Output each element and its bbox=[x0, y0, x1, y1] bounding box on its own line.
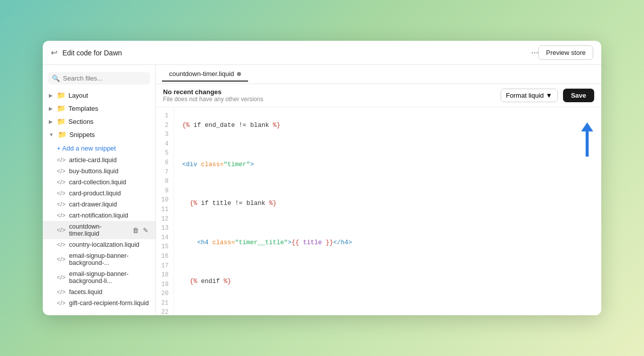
code-line: {% if title != blank %} bbox=[182, 199, 593, 208]
list-item[interactable]: </> card-product.liquid bbox=[43, 188, 155, 199]
no-changes-title: No recent changes bbox=[163, 88, 263, 96]
line-num: 3 bbox=[156, 130, 174, 139]
code-file-icon: </> bbox=[57, 179, 65, 186]
code-file-icon: </> bbox=[57, 289, 65, 296]
code-editor[interactable]: 1 2 3 4 5 6 7 8 9 10 11 12 13 14 bbox=[156, 107, 601, 315]
line-num: 12 bbox=[156, 215, 174, 224]
no-changes-subtitle: File does not have any other versions bbox=[163, 96, 263, 103]
code-line bbox=[182, 258, 593, 267]
line-num: 8 bbox=[156, 177, 174, 186]
file-actions: 🗑 ✎ bbox=[131, 226, 149, 235]
code-line: {% endif %} bbox=[182, 277, 593, 287]
code-file-icon: </> bbox=[57, 300, 65, 307]
file-name: card-collection.liquid bbox=[69, 179, 126, 186]
sidebar-item-label: Sections bbox=[68, 118, 94, 125]
list-item[interactable]: </> facets.liquid bbox=[43, 287, 155, 298]
code-file-icon: </> bbox=[57, 256, 65, 263]
toolbar-right: Format liquid ▼ Save bbox=[501, 89, 594, 102]
main-content: 🔍 ▶ 📁 Layout ▶ 📁 Templates ▶ 📁 Sections bbox=[43, 65, 601, 315]
line-num: 9 bbox=[156, 186, 174, 196]
main-window: ↩ Edit code for Dawn ··· Preview store 🔍… bbox=[43, 41, 601, 315]
line-num: 22 bbox=[156, 308, 174, 315]
file-name: cart-drawer.liquid bbox=[69, 201, 117, 208]
folder-icon: 📁 bbox=[57, 91, 65, 99]
code-file-icon: </> bbox=[57, 274, 65, 281]
line-num: 2 bbox=[156, 121, 174, 130]
line-num: 5 bbox=[156, 149, 174, 158]
list-item[interactable]: </> buy-buttons.liquid bbox=[43, 166, 155, 177]
folder-icon: 📁 bbox=[58, 130, 66, 138]
line-num: 15 bbox=[156, 242, 174, 252]
line-num: 4 bbox=[156, 139, 174, 149]
sidebar-item-sections[interactable]: ▶ 📁 Sections bbox=[43, 115, 155, 128]
unsaved-dot bbox=[237, 72, 241, 76]
line-num: 13 bbox=[156, 224, 174, 233]
list-item[interactable]: </> cart-drawer.liquid bbox=[43, 199, 155, 210]
editor-area: countdown-timer.liquid No recent changes… bbox=[156, 65, 601, 315]
back-icon[interactable]: ↩ bbox=[51, 48, 57, 57]
line-num: 19 bbox=[156, 280, 174, 290]
sidebar-item-templates[interactable]: ▶ 📁 Templates bbox=[43, 102, 155, 115]
list-item-active[interactable]: </> countdown-timer.liquid 🗑 ✎ bbox=[43, 221, 155, 239]
folder-icon: 📁 bbox=[57, 117, 65, 125]
list-item[interactable]: </> email-signup-banner-background-li... bbox=[43, 268, 155, 287]
code-line: <div class="timer"> bbox=[182, 160, 593, 170]
more-options-icon[interactable]: ··· bbox=[531, 47, 538, 58]
code-file-icon: </> bbox=[57, 241, 65, 248]
code-file-icon: </> bbox=[57, 201, 65, 208]
code-line bbox=[182, 140, 593, 150]
file-name: card-product.liquid bbox=[69, 190, 121, 197]
line-numbers: 1 2 3 4 5 6 7 8 9 10 11 12 13 14 bbox=[156, 107, 174, 315]
file-name: article-card.liquid bbox=[69, 157, 116, 164]
folder-icon: 📁 bbox=[57, 104, 65, 112]
code-file-icon: </> bbox=[57, 227, 65, 234]
line-num: 18 bbox=[156, 270, 174, 280]
search-input[interactable] bbox=[63, 75, 146, 82]
list-item[interactable]: </> email-signup-banner-background-... bbox=[43, 250, 155, 268]
code-line: {% if end_date != blank %} bbox=[182, 121, 593, 130]
page-title: Edit code for Dawn bbox=[62, 49, 527, 57]
preview-store-button[interactable]: Preview store bbox=[538, 45, 593, 60]
line-num: 1 bbox=[156, 111, 174, 121]
chevron-right-icon: ▶ bbox=[49, 93, 53, 98]
tab-countdown-timer[interactable]: countdown-timer.liquid bbox=[162, 67, 248, 82]
code-file-icon: </> bbox=[57, 168, 65, 175]
file-name: email-signup-banner-background-... bbox=[69, 252, 149, 266]
list-item[interactable]: </> gift-card-recipient-form.liquid bbox=[43, 298, 155, 309]
list-item[interactable]: </> country-localization.liquid bbox=[43, 239, 155, 250]
code-line: <h4 class="timer__title">{{ title }}</h4… bbox=[182, 238, 593, 248]
list-item[interactable]: </> cart-notification.liquid bbox=[43, 210, 155, 221]
sidebar-item-layout[interactable]: ▶ 📁 Layout bbox=[43, 89, 155, 102]
format-select[interactable]: Format liquid ▼ bbox=[501, 89, 558, 102]
chevron-down-icon: ▼ bbox=[49, 132, 54, 137]
line-num: 20 bbox=[156, 289, 174, 299]
edit-file-button[interactable]: ✎ bbox=[142, 226, 149, 235]
chevron-down-icon: ▼ bbox=[546, 92, 552, 99]
delete-file-button[interactable]: 🗑 bbox=[131, 226, 140, 235]
file-name: country-localization.liquid bbox=[69, 241, 139, 248]
search-icon: 🔍 bbox=[52, 75, 60, 82]
save-button[interactable]: Save bbox=[563, 89, 594, 102]
add-snippet-button[interactable]: + Add a new snippet bbox=[43, 142, 155, 155]
code-content[interactable]: {% if end_date != blank %} <div class="t… bbox=[174, 107, 601, 315]
sidebar-item-snippets[interactable]: ▼ 📁 Snippets bbox=[43, 128, 155, 141]
list-item[interactable]: </> article-card.liquid bbox=[43, 155, 155, 166]
tabs-bar: countdown-timer.liquid bbox=[156, 65, 601, 84]
list-item[interactable]: </> card-collection.liquid bbox=[43, 177, 155, 188]
line-num: 17 bbox=[156, 261, 174, 271]
sidebar: 🔍 ▶ 📁 Layout ▶ 📁 Templates ▶ 📁 Sections bbox=[43, 65, 156, 315]
file-name: gift-card-recipient-form.liquid bbox=[69, 300, 148, 307]
code-file-icon: </> bbox=[57, 212, 65, 219]
chevron-right-icon: ▶ bbox=[49, 106, 53, 111]
line-num: 21 bbox=[156, 299, 174, 308]
file-name: facets.liquid bbox=[69, 289, 102, 296]
code-file-icon: </> bbox=[57, 190, 65, 197]
version-info: No recent changes File does not have any… bbox=[163, 88, 263, 103]
titlebar: ↩ Edit code for Dawn ··· Preview store bbox=[43, 41, 601, 65]
line-num: 16 bbox=[156, 252, 174, 261]
chevron-right-icon: ▶ bbox=[49, 119, 53, 124]
sidebar-item-label: Layout bbox=[68, 92, 88, 99]
search-box: 🔍 bbox=[48, 72, 150, 85]
sidebar-item-label: Templates bbox=[68, 105, 98, 112]
file-name: cart-notification.liquid bbox=[69, 212, 128, 219]
